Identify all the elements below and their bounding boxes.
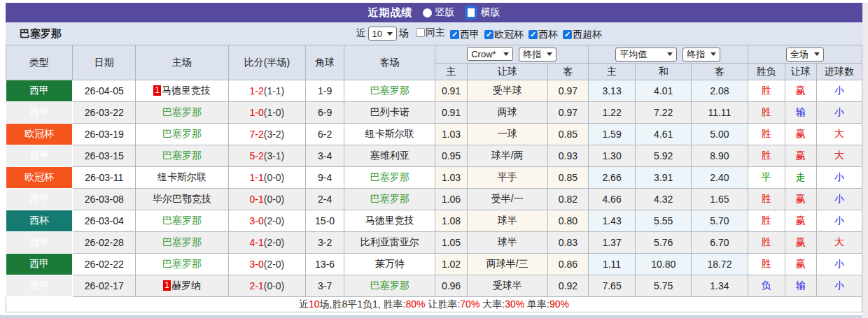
filter-checkbox[interactable]: 同主: [416, 27, 445, 39]
match-filters: 近 10 场 同主✓西甲✓欧冠杯✓西杯✓西超杯: [356, 27, 602, 41]
result-flag: 小: [816, 210, 862, 232]
handicap-odds: 1.05: [435, 232, 467, 254]
rank-badge: 1: [153, 85, 161, 96]
handicap-odds: 两球: [467, 102, 547, 124]
fulltime-score: 4-1: [249, 237, 263, 248]
result-flag: 胜: [748, 102, 785, 124]
home-team-name: 巴塞罗那: [162, 236, 202, 247]
match-count-select[interactable]: 10: [368, 27, 397, 41]
europe-odds: 11.11: [692, 102, 748, 124]
home-team-name: 马德里竞技: [162, 85, 211, 96]
handicap-odds: 受球半: [467, 275, 547, 297]
away-team: 纽卡斯尔联: [344, 124, 435, 145]
away-team: 马德里竞技: [344, 210, 435, 232]
result-flag: 胜: [748, 80, 785, 102]
chevron-down-icon: [814, 52, 820, 56]
match-date: 26-02-22: [73, 254, 136, 275]
fulltime-score: 3-0: [249, 259, 263, 270]
europe-odds: 4.01: [636, 80, 692, 102]
halftime-score: (1-1): [264, 85, 285, 96]
home-team-name: 巴塞罗那: [162, 128, 202, 139]
league-badge: 西甲: [6, 275, 73, 297]
handicap-odds: 球半/两: [467, 145, 547, 167]
corners: 1-9: [306, 80, 344, 102]
handicap-odds: 0.96: [435, 275, 467, 297]
result-flag: 胜: [748, 124, 785, 145]
match-row: 西甲26-04-051马德里竞技1-2(1-1)1-9巴塞罗那0.91受半球0.…: [6, 80, 862, 102]
home-team: 巴塞罗那: [136, 254, 228, 275]
europe-odds: 5.92: [636, 145, 692, 167]
corners: 15-0: [306, 210, 344, 232]
recent-results-panel: 近期战绩 竖版 横版 巴塞罗那 近 10 场 同主✓西甲✓欧冠杯✓西杯✓西超杯: [0, 3, 868, 318]
handicap-odds: 0.85: [547, 167, 588, 189]
bookmaker-select[interactable]: Crow*: [467, 47, 513, 61]
corners: 3-2: [306, 232, 344, 254]
filter-checkbox[interactable]: ✓西甲: [450, 29, 479, 41]
fulltime-score: 0-1: [249, 194, 263, 205]
fulltime-score: 1-0: [249, 107, 263, 118]
halftime-score: (3-1): [264, 150, 285, 161]
handicap-odds: 1.08: [435, 210, 467, 232]
result-flag: 输: [785, 102, 816, 124]
away-team: 塞维利亚: [344, 145, 435, 167]
match-date: 26-02-17: [73, 275, 136, 297]
score: 4-1(2-0): [228, 232, 305, 254]
league-badge: 西甲: [6, 145, 73, 167]
average-select[interactable]: 平均值: [615, 48, 677, 62]
result-flag: 大: [816, 124, 862, 145]
checkbox-label: 同主: [426, 27, 445, 39]
radio-vertical-layout[interactable]: 竖版: [423, 6, 455, 19]
match-date: 26-03-04: [73, 210, 136, 232]
filter-checkbox[interactable]: ✓欧冠杯: [484, 29, 524, 41]
handicap-odds: 受半球: [467, 80, 547, 102]
result-flag: 赢: [785, 210, 816, 232]
home-team: 巴塞罗那: [136, 232, 228, 254]
result-flag: 赢: [785, 254, 816, 275]
handicap-odds: 0.97: [547, 80, 588, 102]
checkbox-icon: ✓: [450, 30, 459, 39]
handicap-odds: 1.02: [435, 254, 467, 275]
radio-label: 竖版: [435, 6, 455, 19]
match-row: 西甲26-03-08毕尔巴鄂竞技0-1(0-0)2-4巴塞罗那1.06受半/一0…: [6, 189, 862, 210]
summary-stat-value: 30%: [505, 298, 524, 310]
halftime-score: (0-0): [264, 194, 285, 205]
europe-odds: 5.70: [692, 210, 748, 232]
europe-odds: 4.61: [636, 124, 692, 145]
radio-label: 横版: [481, 6, 500, 19]
score: 1-1(0-0): [228, 167, 305, 189]
scrollbar-gutter[interactable]: [862, 3, 868, 318]
score: 3-0(2-0): [228, 210, 305, 232]
handicap-odds: 0.91: [435, 102, 467, 124]
fulltime-select[interactable]: 全场: [786, 48, 824, 62]
away-team: 莱万特: [344, 254, 435, 275]
home-team: 毕尔巴鄂竞技: [136, 189, 228, 210]
col-header-ah-line: 让球: [467, 64, 547, 80]
halftime-score: (0-0): [264, 172, 285, 183]
handicap-odds: 0.97: [547, 102, 588, 124]
home-team-name: 巴塞罗那: [162, 150, 202, 161]
checkbox-icon: ✓: [528, 30, 538, 39]
euro-final-select[interactable]: 终指: [682, 48, 720, 62]
halftime-score: (1-0): [264, 107, 285, 118]
match-row: 西甲26-03-22巴塞罗那1-0(1-0)6-9巴列卡诺0.91两球0.971…: [6, 102, 862, 124]
handicap-final-select[interactable]: 终指: [519, 48, 556, 62]
radio-horizontal-layout[interactable]: 横版: [465, 6, 500, 20]
match-row: 西甲26-03-15巴塞罗那5-2(3-1)3-4塞维利亚0.95球半/两0.9…: [6, 145, 862, 167]
europe-odds: 2.40: [692, 167, 748, 189]
home-team: 巴塞罗那: [136, 124, 228, 145]
league-badge: 西甲: [6, 102, 73, 124]
away-team-name: 马德里竞技: [365, 215, 414, 226]
filter-checkbox[interactable]: ✓西超杯: [563, 29, 602, 41]
corners: 6-2: [306, 124, 344, 145]
handicap-odds: 0.91: [435, 80, 467, 102]
col-header-type: 类型: [6, 45, 73, 80]
europe-odds: 1.43: [588, 210, 635, 232]
recent-matches-table: 类型 日期 主场 比分(半场) 角球 客场 Crow* 终指 平均值: [6, 45, 862, 312]
europe-odds: 1.34: [692, 275, 748, 297]
europe-odds: 1.37: [588, 232, 635, 254]
score: 7-2(3-2): [228, 124, 305, 145]
filter-checkbox[interactable]: ✓西杯: [528, 29, 558, 41]
summary-row: 近10场,胜8平1负1, 胜率:80% 让胜率:70% 大率:30% 单率:90…: [6, 297, 862, 312]
near-label: 近: [356, 27, 366, 40]
chevron-down-icon: [667, 52, 673, 56]
